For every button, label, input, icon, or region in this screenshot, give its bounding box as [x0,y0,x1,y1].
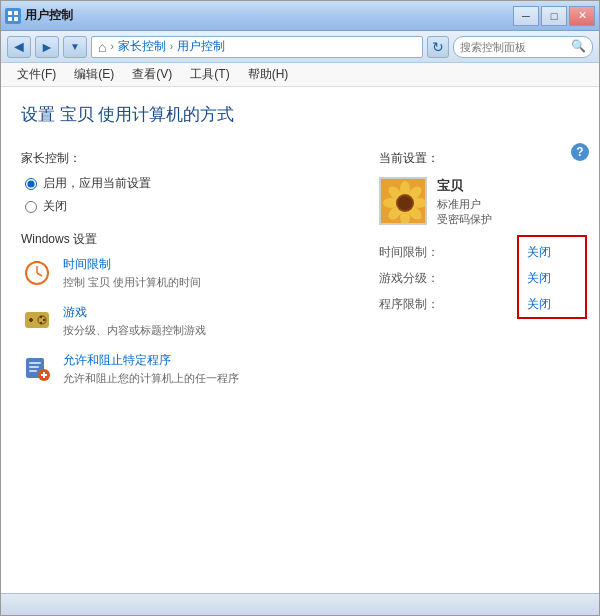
address-segment-home[interactable]: 家长控制 [118,38,166,55]
radio-on-label: 启用，应用当前设置 [43,175,151,192]
search-input[interactable] [460,41,567,53]
address-bar: ◄ ► ▼ ⌂ › 家长控制 › 用户控制 ↻ 🔍 [1,31,599,63]
game-item[interactable]: 游戏 按分级、内容或标题控制游戏 [21,304,339,338]
time-limit-desc: 控制 宝贝 使用计算机的时间 [63,275,339,290]
program-limit-row: 程序限制： 关闭 [379,291,579,317]
windows-settings-title: Windows 设置 [21,231,339,248]
back-button[interactable]: ◄ [7,36,31,58]
menu-file[interactable]: 文件(F) [9,64,64,85]
time-limit-item[interactable]: 时间限制 控制 宝贝 使用计算机的时间 [21,256,339,290]
svg-point-14 [40,322,42,324]
svg-point-12 [40,316,42,318]
menu-bar: 文件(F) 编辑(E) 查看(V) 工具(T) 帮助(H) [1,63,599,87]
radio-off-label: 关闭 [43,198,67,215]
svg-rect-18 [29,370,37,372]
game-rating-row: 游戏分级： 关闭 [379,265,579,291]
status-bar [1,593,599,615]
time-limit-icon [21,256,53,288]
time-limit-link[interactable]: 时间限制 [63,256,339,273]
game-link[interactable]: 游戏 [63,304,339,321]
dropdown-button[interactable]: ▼ [63,36,87,58]
close-button[interactable]: ✕ [569,6,595,26]
game-icon [21,304,53,336]
game-text: 游戏 按分级、内容或标题控制游戏 [63,304,339,338]
home-icon: ⌂ [98,39,106,55]
address-arrow2: › [170,41,173,52]
user-details: 宝贝 标准用户 受密码保护 [437,177,579,227]
title-bar-left: 用户控制 [5,7,73,24]
menu-edit[interactable]: 编辑(E) [66,64,122,85]
maximize-button[interactable]: □ [541,6,567,26]
program-item[interactable]: 允许和阻止特定程序 允许和阻止您的计算机上的任一程序 [21,352,339,386]
title-controls: ─ □ ✕ [513,6,595,26]
two-column-layout: 家长控制： 启用，应用当前设置 关闭 Windows 设置 [21,150,579,400]
main-window: 用户控制 ─ □ ✕ ◄ ► ▼ ⌂ › 家长控制 › 用户控制 ↻ 🔍 文件(… [0,0,600,616]
svg-rect-7 [34,261,40,263]
window-title: 用户控制 [25,7,73,24]
user-role: 标准用户 [437,197,579,212]
status-table: 时间限制： 关闭 游戏分级： 关闭 程序限制： 关闭 [379,239,579,317]
svg-rect-17 [29,366,39,368]
status-section: 时间限制： 关闭 游戏分级： 关闭 程序限制： 关闭 [379,239,579,317]
address-segment-current[interactable]: 用户控制 [177,38,225,55]
title-bar: 用户控制 ─ □ ✕ [1,1,599,31]
time-limit-status-value[interactable]: 关闭 [527,239,579,265]
program-limit-label: 程序限制： [379,291,527,317]
menu-view[interactable]: 查看(V) [124,64,180,85]
content-area: ? 设置 宝贝 使用计算机的方式 家长控制： 启用，应用当前设置 关闭 [1,87,599,593]
game-rating-value[interactable]: 关闭 [527,265,579,291]
search-icon[interactable]: 🔍 [571,39,586,55]
user-info: 宝贝 标准用户 受密码保护 [379,177,579,227]
radio-group: 启用，应用当前设置 关闭 [21,175,339,215]
time-limit-text: 时间限制 控制 宝贝 使用计算机的时间 [63,256,339,290]
program-limit-value[interactable]: 关闭 [527,291,579,317]
right-column: 当前设置： [379,150,579,400]
svg-rect-3 [14,17,18,21]
page-title: 设置 宝贝 使用计算机的方式 [21,103,579,134]
svg-point-13 [43,319,45,321]
svg-rect-0 [8,11,12,15]
radio-off-input[interactable] [25,201,37,213]
program-icon [21,352,53,384]
radio-on-item[interactable]: 启用，应用当前设置 [25,175,339,192]
current-settings-title: 当前设置： [379,150,579,167]
program-text: 允许和阻止特定程序 允许和阻止您的计算机上的任一程序 [63,352,339,386]
user-name: 宝贝 [437,177,579,195]
radio-off-item[interactable]: 关闭 [25,198,339,215]
refresh-button[interactable]: ↻ [427,36,449,58]
minimize-button[interactable]: ─ [513,6,539,26]
menu-help[interactable]: 帮助(H) [240,64,297,85]
help-icon-button[interactable]: ? [571,143,589,161]
windows-settings-section: Windows 设置 时间限制 [21,231,339,386]
svg-rect-2 [8,17,12,21]
user-protection: 受密码保护 [437,212,579,227]
program-desc: 允许和阻止您的计算机上的任一程序 [63,371,339,386]
time-limit-row: 时间限制： 关闭 [379,239,579,265]
game-desc: 按分级、内容或标题控制游戏 [63,323,339,338]
address-path: ⌂ › 家长控制 › 用户控制 [91,36,423,58]
window-icon [5,8,21,24]
svg-rect-16 [29,362,41,364]
time-limit-status-label: 时间限制： [379,239,527,265]
svg-point-32 [398,196,412,210]
search-box[interactable]: 🔍 [453,36,593,58]
user-avatar [379,177,427,225]
left-column: 家长控制： 启用，应用当前设置 关闭 Windows 设置 [21,150,339,400]
menu-tools[interactable]: 工具(T) [182,64,237,85]
address-arrow1: › [110,41,113,52]
program-link[interactable]: 允许和阻止特定程序 [63,352,339,369]
svg-rect-1 [14,11,18,15]
radio-on-input[interactable] [25,178,37,190]
forward-button[interactable]: ► [35,36,59,58]
game-rating-label: 游戏分级： [379,265,527,291]
svg-line-6 [37,273,42,276]
parent-control-section-title: 家长控制： [21,150,339,167]
